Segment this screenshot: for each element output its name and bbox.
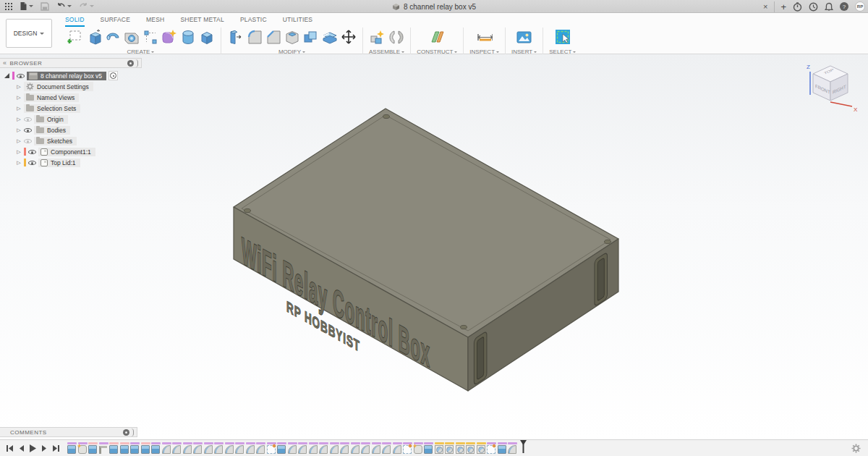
timeline-feature-fillet[interactable] — [288, 442, 297, 454]
extrude-button[interactable] — [85, 28, 102, 46]
extrude-feature-icon[interactable] — [277, 445, 286, 454]
fillet-feature-icon[interactable] — [256, 445, 265, 454]
fillet-feature-icon[interactable] — [235, 445, 244, 454]
timeline-feature-fillet[interactable] — [309, 442, 318, 454]
timeline-feature-sketch[interactable] — [403, 442, 412, 454]
document-tab[interactable]: 8 channel relay box v5 — [0, 0, 868, 13]
tree-item[interactable]: Named Views — [24, 93, 79, 102]
browser-row-named-views[interactable]: ▷ Named Views — [0, 92, 142, 103]
sketch-feature-icon[interactable] — [267, 445, 276, 454]
fillet-feature-icon[interactable] — [246, 445, 255, 454]
browser-row-sketches[interactable]: ▷ Sketches — [0, 135, 142, 146]
step-forward-button[interactable] — [41, 444, 48, 452]
notification-bell-icon[interactable] — [825, 2, 833, 12]
timeline-feature-extrude[interactable] — [277, 442, 286, 454]
timeline-feature-fillet[interactable] — [351, 442, 360, 454]
hole-button[interactable] — [123, 28, 140, 46]
fillet-feature-icon[interactable] — [225, 445, 234, 454]
extrude-feature-icon[interactable] — [120, 445, 129, 454]
fillet-feature-icon[interactable] — [288, 445, 297, 454]
tree-item[interactable]: Selection Sets — [24, 104, 80, 113]
browser-header[interactable]: « BROWSER — [0, 58, 142, 68]
pattern-feature-icon[interactable] — [466, 445, 475, 454]
timeline-feature-form[interactable] — [414, 442, 423, 454]
extrude-feature-icon[interactable] — [141, 445, 150, 454]
form-feature-icon[interactable] — [78, 445, 87, 454]
fillet-feature-icon[interactable] — [172, 445, 181, 454]
panel-resize-handle[interactable] — [135, 59, 138, 67]
panel-options-icon[interactable] — [127, 60, 134, 67]
fillet-feature-icon[interactable] — [298, 445, 307, 454]
timeline-feature-fillet[interactable] — [508, 442, 517, 454]
panel-options-icon[interactable] — [123, 429, 129, 436]
fillet-feature-icon[interactable] — [204, 445, 213, 454]
fillet-feature-icon[interactable] — [193, 445, 202, 454]
viewcube[interactable]: TOP FRONT RIGHT Z X — [800, 59, 862, 119]
extrude-feature-icon[interactable] — [498, 445, 506, 454]
measure-button[interactable] — [476, 28, 493, 46]
job-status-icon[interactable] — [793, 2, 802, 12]
timeline-feature-pattern[interactable] — [435, 442, 444, 454]
expanded-triangle-icon[interactable] — [4, 72, 10, 79]
tree-item[interactable]: Sketches — [34, 137, 77, 145]
fillet-feature-icon[interactable] — [340, 445, 349, 454]
fillet-button[interactable] — [246, 28, 263, 46]
form-feature-icon[interactable] — [414, 445, 422, 454]
help-icon[interactable]: ? — [840, 2, 848, 11]
press-pull-button[interactable] — [227, 28, 244, 46]
fillet-feature-icon[interactable] — [309, 445, 318, 454]
avatar[interactable]: RP — [855, 1, 865, 12]
viewport-canvas[interactable]: WiFi Relay Control Box RP HOBBYIST TOP F… — [0, 54, 868, 439]
pattern-feature-icon[interactable] — [445, 445, 454, 454]
timeline-feature-extrude[interactable] — [424, 442, 433, 454]
timeline-feature-fillet[interactable] — [214, 442, 224, 454]
tree-item[interactable]: Origin — [34, 115, 68, 124]
extrude-feature-icon[interactable] — [88, 445, 97, 454]
fillet-feature-icon[interactable] — [361, 445, 370, 454]
timeline-feature-sketch[interactable] — [267, 442, 276, 454]
timeline-feature-form[interactable] — [78, 442, 88, 454]
tab-solid[interactable]: SOLID — [65, 16, 85, 27]
timeline-feature-extrude[interactable] — [120, 442, 129, 454]
collapsed-triangle-icon[interactable]: ▷ — [16, 138, 22, 144]
combine-button[interactable] — [302, 28, 319, 46]
tree-item[interactable]: Component1:1 — [38, 148, 95, 156]
chamfer-button[interactable] — [265, 28, 281, 46]
timeline-feature-fillet[interactable] — [330, 442, 339, 454]
timeline-feature-extrude[interactable] — [498, 442, 507, 454]
step-back-button[interactable] — [18, 444, 25, 452]
visibility-eye-icon[interactable] — [28, 148, 36, 156]
timeline-feature-fillet[interactable] — [372, 442, 381, 454]
panel-resize-handle[interactable] — [131, 428, 134, 436]
collapsed-triangle-icon[interactable]: ▷ — [16, 127, 22, 133]
timeline-feature-pattern[interactable] — [456, 442, 465, 454]
fillet-feature-icon[interactable] — [214, 445, 223, 454]
box-button[interactable] — [198, 28, 215, 46]
collapsed-triangle-icon[interactable]: ▷ — [16, 95, 22, 101]
tree-item[interactable]: Bodies — [34, 126, 70, 135]
select-button[interactable] — [554, 28, 571, 46]
extrude-feature-icon[interactable] — [130, 445, 139, 454]
browser-row-top-lid[interactable]: ▷ Top Lid:1 — [0, 157, 142, 168]
extrude-feature-icon[interactable] — [424, 445, 433, 454]
browser-root-row[interactable]: 8 channel relay box v5 — [0, 70, 142, 81]
timeline-feature-pattern[interactable] — [477, 442, 486, 454]
go-to-end-button[interactable] — [52, 444, 60, 452]
play-button[interactable] — [29, 444, 37, 453]
visibility-eye-icon[interactable] — [17, 72, 25, 80]
fillet-feature-icon[interactable] — [393, 445, 401, 454]
move-button[interactable] — [340, 28, 357, 46]
browser-row-bodies[interactable]: ▷ Bodies — [0, 124, 142, 135]
browser-row-document-settings[interactable]: ▷ Document Settings — [0, 81, 142, 92]
timeline-feature-extrude[interactable] — [141, 442, 150, 454]
tab-mesh[interactable]: MESH — [146, 16, 164, 27]
timeline-feature-fillet[interactable] — [246, 442, 255, 454]
comments-header[interactable]: COMMENTS — [0, 427, 137, 437]
timeline-feature-extrude[interactable] — [88, 442, 98, 454]
extrude-feature-icon[interactable] — [109, 445, 118, 454]
timeline-feature-fillet[interactable] — [340, 442, 349, 454]
tree-item[interactable]: Document Settings — [24, 82, 93, 91]
design-workspace-dropdown[interactable]: DESIGN — [6, 19, 52, 48]
joint-button[interactable] — [388, 28, 404, 46]
collapse-panel-icon[interactable]: « — [3, 59, 7, 67]
